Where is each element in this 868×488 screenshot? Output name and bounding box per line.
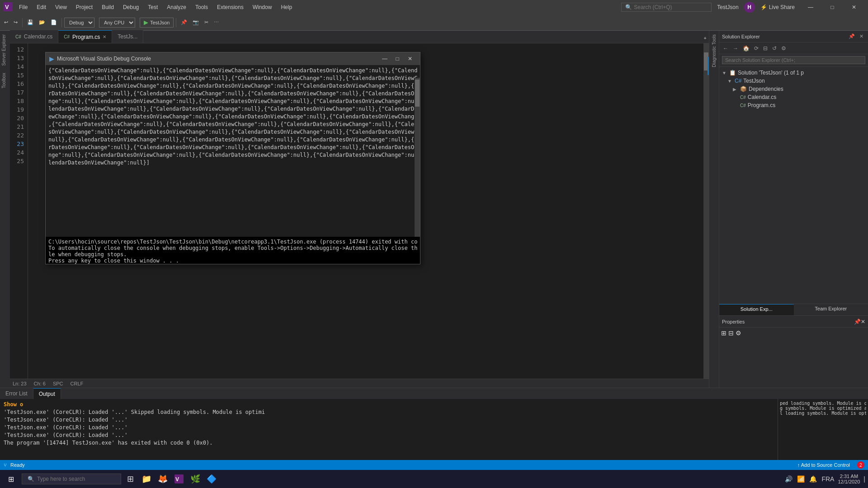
toolbar-new[interactable]: 📄: [48, 18, 59, 27]
line-13: 13: [14, 54, 24, 62]
se-dependencies-node[interactable]: ▶ 📦 Dependencies: [719, 85, 868, 93]
toolbox-strip[interactable]: Toolbox: [0, 69, 10, 92]
debug-console-maximize[interactable]: □: [391, 54, 404, 64]
dc-output-line-4: rDatesOnViewChange":null},{"CalendarDate…: [48, 90, 417, 98]
taskbar-firefox[interactable]: 🦊: [156, 472, 170, 486]
start-button[interactable]: ⊞: [2, 470, 20, 488]
tray-show-desktop[interactable]: |: [863, 474, 866, 483]
cpu-config-dropdown[interactable]: Any CPU: [99, 18, 135, 28]
tray-network[interactable]: 🔊: [784, 474, 793, 483]
editor-vscroll[interactable]: [703, 43, 709, 379]
se-program-cs-node[interactable]: C# Program.cs: [719, 101, 868, 109]
debug-scrollbar-thumb[interactable]: [415, 80, 420, 107]
menu-view[interactable]: View: [52, 2, 71, 12]
se-back-btn[interactable]: ←: [721, 44, 730, 52]
project-label: TestJson: [743, 78, 764, 84]
toolbar-more[interactable]: ⋯: [212, 18, 221, 27]
props-pin[interactable]: 📌: [854, 319, 861, 325]
taskbar-task-view[interactable]: ⊞: [123, 472, 137, 486]
taskbar-search[interactable]: 🔍: [22, 474, 121, 484]
menu-edit[interactable]: Edit: [33, 2, 50, 12]
toolbar-screenshot[interactable]: 📷: [190, 18, 201, 27]
se-refresh-btn[interactable]: ↺: [770, 44, 778, 52]
minimize-button[interactable]: —: [800, 0, 821, 14]
menu-extensions[interactable]: Extensions: [213, 2, 247, 12]
notification-badge[interactable]: 2: [857, 461, 864, 469]
tray-volume[interactable]: 📶: [796, 474, 806, 483]
props-icon2[interactable]: ⊟: [728, 329, 734, 337]
calendar-arrow: [733, 95, 738, 100]
menu-project[interactable]: Project: [72, 2, 96, 12]
tab-program-cs[interactable]: C# Program.cs ✕: [58, 30, 112, 43]
debug-console-minimize[interactable]: —: [378, 54, 391, 64]
taskbar-vs[interactable]: V: [172, 472, 186, 486]
status-right: ↑ Add to Source Control 2: [797, 461, 864, 469]
add-source-control[interactable]: ↑ Add to Source Control: [797, 462, 850, 468]
se-pin-btn[interactable]: 📌: [847, 33, 857, 40]
menu-test[interactable]: Test: [144, 2, 161, 12]
debug-config-dropdown[interactable]: Debug: [64, 18, 94, 28]
se-project-node[interactable]: ▼ C# TestJson: [719, 77, 868, 85]
tab-testjs[interactable]: TestJs...: [112, 30, 143, 43]
taskbar-search-input[interactable]: [37, 476, 109, 482]
se-close-btn[interactable]: ✕: [858, 33, 865, 40]
se-filter-btn[interactable]: ⊟: [761, 44, 769, 52]
run-button[interactable]: ▶ TestJson: [140, 18, 174, 28]
props-icon3[interactable]: ⚙: [736, 329, 741, 337]
menu-debug[interactable]: Debug: [119, 2, 142, 12]
menu-analyze[interactable]: Analyze: [163, 2, 190, 12]
se-tab-solution[interactable]: Solution Exp...: [719, 304, 794, 315]
props-icon1[interactable]: ⊞: [721, 329, 726, 337]
se-calendar-cs-node[interactable]: C# Calendar.cs: [719, 93, 868, 101]
global-search-box[interactable]: 🔍: [621, 3, 712, 12]
menu-tools[interactable]: Tools: [192, 2, 212, 12]
server-explorer-strip[interactable]: Server Explorer: [0, 31, 10, 69]
menu-help[interactable]: Help: [277, 2, 296, 12]
menu-file[interactable]: File: [15, 2, 31, 12]
profile-button[interactable]: H: [744, 2, 755, 13]
toolbar-undo[interactable]: ↩: [2, 18, 10, 27]
toolbox-label: Toolbox: [1, 73, 6, 88]
maximize-button[interactable]: □: [822, 0, 843, 14]
dc-output-line-9: sOnViewChange":null},{"CalendarDatesOnVi…: [48, 128, 417, 136]
close-button[interactable]: ✕: [844, 0, 864, 14]
toolbar-open[interactable]: 📂: [37, 18, 47, 27]
title-bar: V File Edit View Project Build Debug Tes…: [0, 0, 868, 14]
se-settings-btn[interactable]: ⚙: [779, 44, 788, 52]
tray-notifications[interactable]: 🔔: [808, 474, 818, 483]
menu-window[interactable]: Window: [249, 2, 276, 12]
diagnostic-tools-label[interactable]: Diagnostic Tools: [710, 33, 718, 69]
bottom-tab-error-list[interactable]: Error List: [0, 388, 33, 399]
tab-program-icon: C#: [64, 34, 70, 39]
editor-new-tab[interactable]: +: [702, 34, 709, 42]
tray-clock[interactable]: 2:31 AM 12/1/2020: [838, 474, 860, 484]
tray-language[interactable]: FRA: [821, 474, 835, 483]
menu-build[interactable]: Build: [98, 2, 118, 12]
se-home-btn[interactable]: 🏠: [741, 44, 751, 52]
tab-program-close[interactable]: ✕: [103, 34, 106, 39]
toolbar-sep3: [176, 18, 176, 27]
status-bar: ⑂ Ready ↑ Add to Source Control 2: [0, 460, 868, 470]
se-sync-btn[interactable]: ⟳: [752, 44, 760, 52]
se-search-input[interactable]: [722, 56, 865, 64]
se-search[interactable]: [719, 54, 868, 67]
taskbar-app2[interactable]: 🔷: [204, 472, 219, 486]
global-search-input[interactable]: [634, 4, 702, 10]
se-tab-team[interactable]: Team Explorer: [794, 304, 868, 315]
taskbar-file-explorer[interactable]: 📁: [139, 472, 154, 486]
props-close[interactable]: ✕: [861, 319, 865, 325]
toolbar-cut[interactable]: ✂: [202, 18, 211, 27]
toolbar-redo[interactable]: ↪: [11, 18, 20, 27]
toolbar-save[interactable]: 💾: [25, 18, 36, 27]
tab-calendar-cs[interactable]: C# Calendar.cs: [10, 30, 58, 43]
taskbar-app1[interactable]: 🌿: [188, 472, 203, 486]
debug-console-close[interactable]: ✕: [404, 54, 416, 64]
debug-console-scrollbar[interactable]: [415, 78, 420, 237]
toolbar-pin[interactable]: 📌: [179, 18, 189, 27]
se-solution-node[interactable]: ▼ 📋 Solution 'TestJson' (1 of 1 p: [719, 69, 868, 77]
program-icon: C#: [740, 103, 746, 108]
se-forward-btn[interactable]: →: [731, 44, 740, 52]
live-share-button[interactable]: ⚡ Live Share: [755, 2, 800, 12]
solution-label: Solution 'TestJson' (1 of 1 p: [738, 70, 804, 76]
bottom-tab-output[interactable]: Output: [33, 388, 61, 399]
